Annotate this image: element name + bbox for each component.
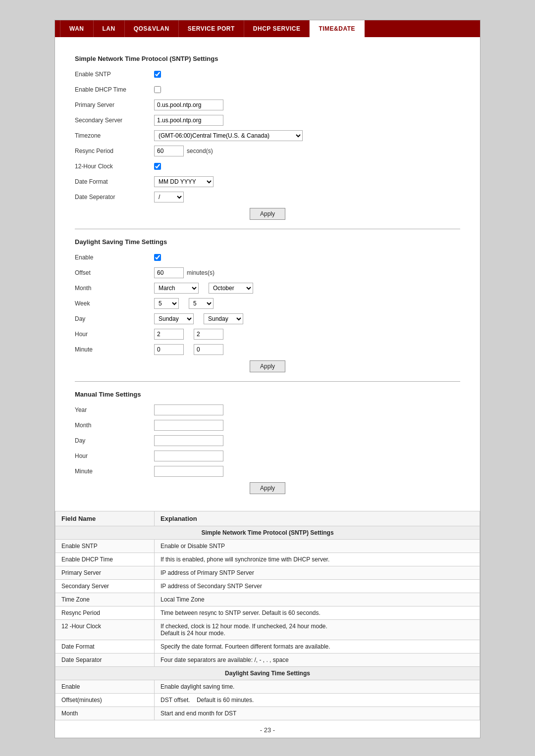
dst-minute-end-input[interactable] bbox=[194, 344, 223, 355]
manual-month-label: Month bbox=[75, 422, 154, 429]
dst-week-control: 5 1 2 3 4 5 1 2 3 4 bbox=[154, 298, 214, 309]
primary-server-label: Primary Server bbox=[75, 101, 154, 108]
dst-day-end-select[interactable]: Sunday Monday Tuesday Wednesday Thursday… bbox=[204, 313, 243, 324]
manual-section-title: Manual Time Settings bbox=[75, 391, 460, 398]
table-row: Enable Enable daylight saving time. bbox=[55, 680, 480, 694]
section-divider-1 bbox=[75, 229, 460, 229]
tab-dhcp-service[interactable]: DHCP SERVICE bbox=[244, 20, 310, 37]
dst-minute-label: Minute bbox=[75, 346, 154, 353]
date-format-select[interactable]: MM DD YYYY bbox=[154, 176, 214, 187]
table-field-primary-server: Primary Server bbox=[55, 566, 155, 580]
dst-minute-start-input[interactable] bbox=[154, 344, 184, 355]
manual-minute-control bbox=[154, 466, 223, 477]
table-explanation-secondary-server: IP address of Secondary SNTP Server bbox=[155, 580, 480, 593]
table-explanation-date-format: Specify the date format. Fourteen differ… bbox=[155, 640, 480, 654]
dst-month-label: Month bbox=[75, 285, 154, 292]
timezone-row: Timezone (GMT-06:00)Central Time(U.S. & … bbox=[75, 130, 460, 142]
table-explanation-date-separator: Four date separators are available: /, -… bbox=[155, 654, 480, 667]
dst-enable-label: Enable bbox=[75, 254, 154, 261]
table-explanation-12-hour: If checked, clock is 12 hour mode. If un… bbox=[155, 620, 480, 640]
table-row: Time Zone Local Time Zone bbox=[55, 593, 480, 606]
manual-month-input[interactable] bbox=[154, 420, 223, 431]
manual-day-row: Day bbox=[75, 435, 460, 447]
tab-time-date[interactable]: TIME&DATE bbox=[310, 20, 365, 37]
dst-enable-checkbox[interactable] bbox=[154, 254, 161, 261]
dst-offset-input[interactable] bbox=[154, 267, 184, 278]
manual-minute-row: Minute bbox=[75, 465, 460, 477]
sntp-apply-row: Apply bbox=[75, 208, 460, 220]
dst-day-row: Day Sunday Monday Tuesday Wednesday Thur… bbox=[75, 313, 460, 325]
table-field-enable-dhcp-time: Enable DHCP Time bbox=[55, 553, 155, 566]
dst-day-start-select[interactable]: Sunday Monday Tuesday Wednesday Thursday… bbox=[154, 313, 194, 324]
manual-hour-input[interactable] bbox=[154, 451, 223, 461]
table-field-secondary-server: Secondary Server bbox=[55, 580, 155, 593]
table-row: Enable DHCP Time If this is enabled, pho… bbox=[55, 553, 480, 566]
secondary-server-input[interactable] bbox=[154, 115, 223, 126]
resync-period-row: Resync Period second(s) bbox=[75, 145, 460, 157]
table-field-date-separator: Date Separator bbox=[55, 654, 155, 667]
manual-year-input[interactable] bbox=[154, 404, 223, 415]
dst-hour-end-input[interactable] bbox=[194, 329, 223, 340]
content-area: Simple Network Time Protocol (SNTP) Sett… bbox=[55, 37, 480, 511]
dst-offset-control: minutes(s) bbox=[154, 267, 214, 278]
enable-sntp-row: Enable SNTP bbox=[75, 68, 460, 80]
table-col1-header: Field Name bbox=[55, 511, 155, 526]
secondary-server-label: Secondary Server bbox=[75, 117, 154, 124]
dst-apply-button[interactable]: Apply bbox=[250, 360, 285, 372]
dst-hour-start-input[interactable] bbox=[154, 329, 184, 340]
tab-lan[interactable]: LAN bbox=[94, 20, 125, 37]
date-format-row: Date Format MM DD YYYY bbox=[75, 176, 460, 188]
table-row: Enable SNTP Enable or Disable SNTP bbox=[55, 540, 480, 553]
manual-apply-row: Apply bbox=[75, 482, 460, 494]
dst-hour-label: Hour bbox=[75, 331, 154, 338]
twelve-hour-row: 12-Hour Clock bbox=[75, 160, 460, 172]
dst-day-label: Day bbox=[75, 315, 154, 322]
secondary-server-row: Secondary Server bbox=[75, 114, 460, 126]
tab-service-port[interactable]: SERVICE PORT bbox=[179, 20, 244, 37]
table-field-enable-sntp: Enable SNTP bbox=[55, 540, 155, 553]
primary-server-row: Primary Server bbox=[75, 99, 460, 111]
table-field-offset: Offset(minutes) bbox=[55, 694, 155, 707]
manual-apply-button[interactable]: Apply bbox=[250, 482, 285, 494]
secondary-server-control bbox=[154, 115, 223, 126]
date-separator-select[interactable]: / - . bbox=[154, 192, 184, 202]
table-row: Date Separator Four date separators are … bbox=[55, 654, 480, 667]
dst-offset-unit: minutes(s) bbox=[187, 269, 214, 276]
manual-year-control bbox=[154, 404, 223, 415]
table-explanation-primary-server: IP address of Primary SNTP Server bbox=[155, 566, 480, 580]
primary-server-input[interactable] bbox=[154, 100, 223, 110]
dst-offset-row: Offset minutes(s) bbox=[75, 267, 460, 279]
table-row: Primary Server IP address of Primary SNT… bbox=[55, 566, 480, 580]
manual-minute-label: Minute bbox=[75, 468, 154, 475]
dst-month-row: Month March January February April May J… bbox=[75, 282, 460, 294]
twelve-hour-checkbox[interactable] bbox=[154, 163, 161, 170]
nav-tabs: WAN LAN QoS&VLAN SERVICE PORT DHCP SERVI… bbox=[55, 20, 480, 37]
dst-week-label: Week bbox=[75, 300, 154, 307]
manual-minute-input[interactable] bbox=[154, 466, 223, 477]
enable-sntp-checkbox[interactable] bbox=[154, 71, 161, 78]
twelve-hour-label: 12-Hour Clock bbox=[75, 163, 154, 170]
manual-month-row: Month bbox=[75, 419, 460, 431]
sntp-apply-button[interactable]: Apply bbox=[250, 208, 285, 220]
dst-enable-control bbox=[154, 254, 161, 261]
resync-period-control: second(s) bbox=[154, 146, 213, 156]
table-explanation-month: Start and end month for DST bbox=[155, 707, 480, 720]
tab-qos-vlan[interactable]: QoS&VLAN bbox=[125, 20, 179, 37]
dst-month-start-select[interactable]: March January February April May June Ju… bbox=[154, 283, 199, 294]
table-row: Month Start and end month for DST bbox=[55, 707, 480, 720]
timezone-select[interactable]: (GMT-06:00)Central Time(U.S. & Canada) bbox=[154, 130, 303, 141]
dst-week-end-select[interactable]: 5 1 2 3 4 bbox=[189, 298, 214, 309]
primary-server-control bbox=[154, 100, 223, 110]
twelve-hour-control bbox=[154, 163, 161, 170]
table-col2-header: Explanation bbox=[155, 511, 480, 526]
tab-wan[interactable]: WAN bbox=[60, 20, 94, 37]
table-row: 12 -Hour Clock If checked, clock is 12 h… bbox=[55, 620, 480, 640]
manual-day-input[interactable] bbox=[154, 435, 223, 446]
dst-week-start-select[interactable]: 5 1 2 3 4 bbox=[154, 298, 179, 309]
dst-month-end-select[interactable]: October January February March April May… bbox=[209, 283, 253, 294]
timezone-label: Timezone bbox=[75, 132, 154, 139]
resync-period-input[interactable] bbox=[154, 146, 184, 156]
enable-dhcp-time-checkbox[interactable] bbox=[154, 86, 161, 93]
table-row: Resync Period Time between resync to SNT… bbox=[55, 606, 480, 620]
table-explanation-resync-period: Time between resync to SNTP server. Defa… bbox=[155, 606, 480, 620]
